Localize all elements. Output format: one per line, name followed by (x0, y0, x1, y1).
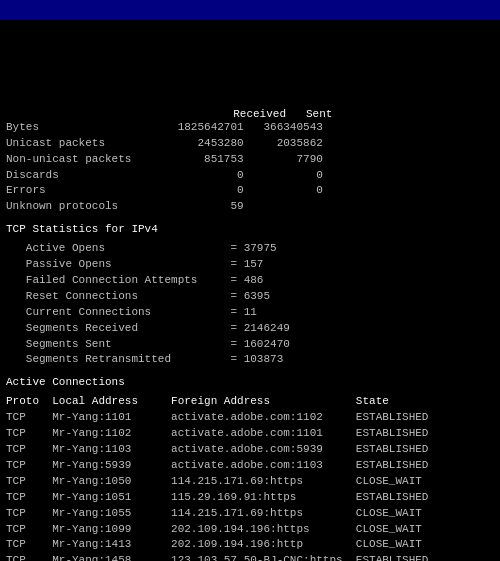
interface-stats-table: Received Sent (0, 108, 500, 120)
stat-row: Unicast packets 2453280 2035862 (6, 136, 494, 152)
conn-row: TCP Mr-Yang:1458 123.103.57.50-BJ-CNC:ht… (6, 553, 494, 561)
tcp-stat-row: Active Opens = 37975 (6, 241, 494, 257)
conn-row: TCP Mr-Yang:1051 115.29.169.91:https EST… (6, 490, 494, 506)
tcp-stats-header: TCP Statistics for IPv4 (6, 221, 494, 239)
stat-row: Non-unicast packets 851753 7790 (6, 152, 494, 168)
conn-row: TCP Mr-Yang:1103 activate.adobe.com:5939… (6, 442, 494, 458)
interface-stats-data: Received Sent (6, 108, 336, 120)
col-received: Received (186, 108, 306, 120)
conn-row: TCP Mr-Yang:1101 activate.adobe.com:1102… (6, 410, 494, 426)
conn-row: TCP Mr-Yang:1050 114.215.171.69:https CL… (6, 474, 494, 490)
stat-row: Bytes 1825642701 366340543 (6, 120, 494, 136)
stat-row: Unknown protocols 59 (6, 199, 494, 215)
conn-row: TCP Mr-Yang:1099 202.109.194.196:https C… (6, 522, 494, 538)
tcp-stat-row: Segments Retransmitted = 103873 (6, 352, 494, 368)
tcp-stat-row: Reset Connections = 6395 (6, 289, 494, 305)
col-sent: Sent (306, 108, 336, 120)
console-output (0, 20, 500, 108)
tcp-stat-row: Segments Sent = 1602470 (6, 337, 494, 353)
conn-col-headers: Proto Local Address Foreign Address Stat… (6, 394, 494, 410)
conn-row: TCP Mr-Yang:1102 activate.adobe.com:1101… (6, 426, 494, 442)
active-conn-header: Active Connections (6, 374, 494, 392)
tcp-stat-row: Current Connections = 11 (6, 305, 494, 321)
conn-row: TCP Mr-Yang:5939 activate.adobe.com:1103… (6, 458, 494, 474)
conn-row: TCP Mr-Yang:1413 202.109.194.196:http CL… (6, 537, 494, 553)
title-bar (0, 0, 500, 20)
tcp-stat-row: Segments Received = 2146249 (6, 321, 494, 337)
tcp-stat-row: Passive Opens = 157 (6, 257, 494, 273)
stat-row: Errors 0 0 (6, 183, 494, 199)
stat-row: Discards 0 0 (6, 168, 494, 184)
conn-row: TCP Mr-Yang:1055 114.215.171.69:https CL… (6, 506, 494, 522)
dynamic-content: Bytes 1825642701 366340543Unicast packet… (0, 120, 500, 561)
tcp-stat-row: Failed Connection Attempts = 486 (6, 273, 494, 289)
